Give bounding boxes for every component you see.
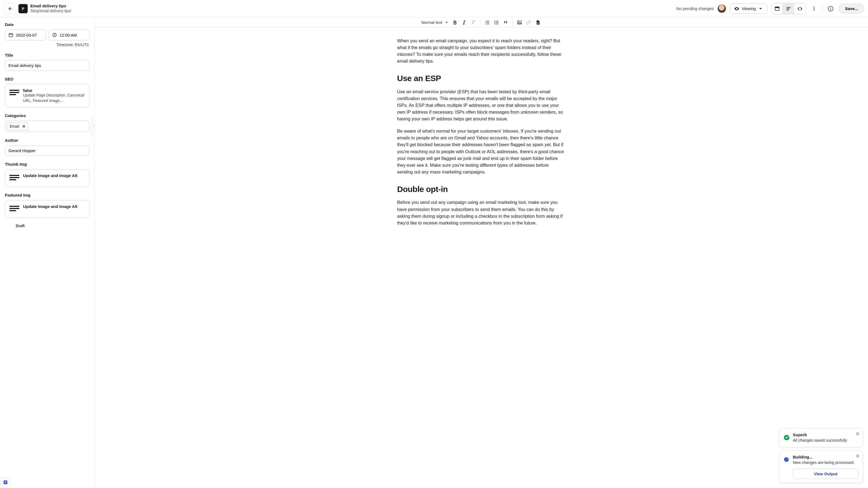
svg-point-54 <box>784 457 789 462</box>
categories-label: Categories <box>5 113 89 118</box>
text-style-dropdown[interactable]: Normal text <box>422 20 448 25</box>
svg-point-40 <box>495 23 495 24</box>
quote-icon <box>503 20 508 25</box>
seg-code[interactable] <box>794 3 806 14</box>
toast-message: New changes are being processed. <box>793 460 859 465</box>
paragraph[interactable]: Be aware of what's normal for your targe… <box>397 128 565 175</box>
link-button[interactable] <box>526 20 532 26</box>
title-input[interactable] <box>8 63 86 68</box>
toast-title: Building... <box>793 455 859 459</box>
svg-rect-52 <box>4 483 6 483</box>
date-input-wrap[interactable] <box>5 30 46 40</box>
ordered-list-button[interactable]: 123 <box>484 20 490 26</box>
svg-point-38 <box>495 21 495 22</box>
dots-vertical-icon <box>811 6 817 11</box>
sidebar-collapse-handle[interactable] <box>91 115 94 137</box>
timezone-text: Timezone: Etc/UTC <box>5 42 89 47</box>
heading[interactable]: Use an ESP <box>397 72 565 85</box>
featured-card[interactable]: Update Image and Image Alt <box>5 200 89 218</box>
svg-rect-15 <box>9 34 13 37</box>
seo-card[interactable]: false Update Page Description, Canonical… <box>5 84 89 107</box>
unordered-list-button[interactable] <box>493 20 499 26</box>
svg-rect-2 <box>22 8 24 9</box>
field-author: Author <box>5 138 89 156</box>
paragraph[interactable]: Use an email service provider (ESP) that… <box>397 88 565 122</box>
toast-close-button[interactable] <box>855 454 860 458</box>
thumb-card[interactable]: Update Image and Image Alt <box>5 169 89 187</box>
view-mode-label: Viewing <box>742 6 756 11</box>
toast-success: Superb All changes saved successfully <box>779 428 863 447</box>
seg-preview[interactable] <box>771 3 783 14</box>
svg-point-14 <box>831 7 831 8</box>
eye-icon <box>734 6 739 11</box>
svg-rect-44 <box>518 21 522 24</box>
svg-point-39 <box>495 22 495 23</box>
document-type-icon <box>19 4 28 13</box>
thumb-card-title: Update Image and Image Alt <box>23 173 77 178</box>
close-icon <box>856 432 860 436</box>
paragraph[interactable]: When you send an email campaign, you exp… <box>397 37 565 65</box>
view-mode-dropdown[interactable]: Viewing <box>730 3 767 14</box>
more-menu-button[interactable] <box>810 4 818 13</box>
page-slug: /blog/email-delivery-tips/ <box>30 9 71 13</box>
field-date: Date Timezone: Etc/UTC <box>5 22 89 47</box>
paragraph[interactable]: Before you send out any campaign using a… <box>397 199 565 226</box>
clear-format-button[interactable] <box>470 20 476 26</box>
svg-rect-3 <box>22 9 23 10</box>
info-button[interactable] <box>826 4 835 13</box>
field-title: Title <box>5 53 89 71</box>
calendar-icon <box>8 33 13 37</box>
text-lines-icon <box>9 204 19 214</box>
code-icon <box>797 6 803 11</box>
svg-rect-24 <box>9 177 19 178</box>
author-input[interactable] <box>8 148 86 153</box>
chevron-down-icon <box>445 21 448 24</box>
user-avatar[interactable] <box>717 4 726 13</box>
featured-label: Featured Img <box>5 193 89 197</box>
svg-rect-1 <box>22 7 24 8</box>
seg-editor[interactable] <box>783 3 794 14</box>
svg-rect-41 <box>496 21 499 22</box>
author-input-wrap[interactable] <box>5 145 89 156</box>
time-input-wrap[interactable] <box>49 30 90 40</box>
field-featured: Featured Img Update Image and Image Alt <box>5 193 89 218</box>
tag-remove-button[interactable] <box>22 124 26 129</box>
toast-message: All changes saved successfully <box>793 437 859 443</box>
svg-rect-35 <box>487 21 489 22</box>
categories-input[interactable]: Email <box>5 121 89 132</box>
content-area[interactable]: When you send an email campaign, you exp… <box>94 28 868 488</box>
featured-card-title: Update Image and Image Alt <box>23 204 77 209</box>
image-button[interactable] <box>517 20 522 26</box>
italic-icon <box>462 20 467 25</box>
bottom-left-pin[interactable] <box>0 478 11 488</box>
svg-rect-5 <box>775 7 779 8</box>
svg-rect-48 <box>537 23 538 24</box>
quote-button[interactable] <box>503 20 508 26</box>
header-divider <box>822 5 823 12</box>
svg-rect-7 <box>786 8 789 9</box>
date-input[interactable] <box>16 33 42 37</box>
seo-card-title: false <box>23 88 85 93</box>
toast-close-button[interactable] <box>855 431 860 436</box>
svg-text:3: 3 <box>485 23 486 25</box>
editor: Normal text 123 When y <box>94 18 868 488</box>
toast-action-button[interactable]: View Output <box>793 468 859 479</box>
time-input[interactable] <box>60 33 86 37</box>
pending-status: No pending changes <box>677 6 714 11</box>
save-button[interactable]: Save... <box>839 4 864 13</box>
heading[interactable]: Double opt-in <box>397 183 565 195</box>
unordered-list-icon <box>494 20 499 25</box>
snippet-button[interactable] <box>535 20 541 26</box>
italic-button[interactable] <box>461 20 467 26</box>
draft-peek: Draft <box>15 224 89 228</box>
field-thumb: Thumb Img Update Image and Image Alt <box>5 162 89 187</box>
category-tag: Email <box>7 123 28 130</box>
page-title: Email delivery tips <box>30 3 71 9</box>
toast-container: Superb All changes saved successfully Bu… <box>779 428 863 483</box>
title-input-wrap[interactable] <box>5 60 89 71</box>
back-button[interactable] <box>4 3 16 14</box>
content-body[interactable]: When you send an email campaign, you exp… <box>397 37 565 455</box>
bold-button[interactable] <box>452 20 458 26</box>
title-label: Title <box>5 53 89 58</box>
clock-icon <box>52 33 57 37</box>
